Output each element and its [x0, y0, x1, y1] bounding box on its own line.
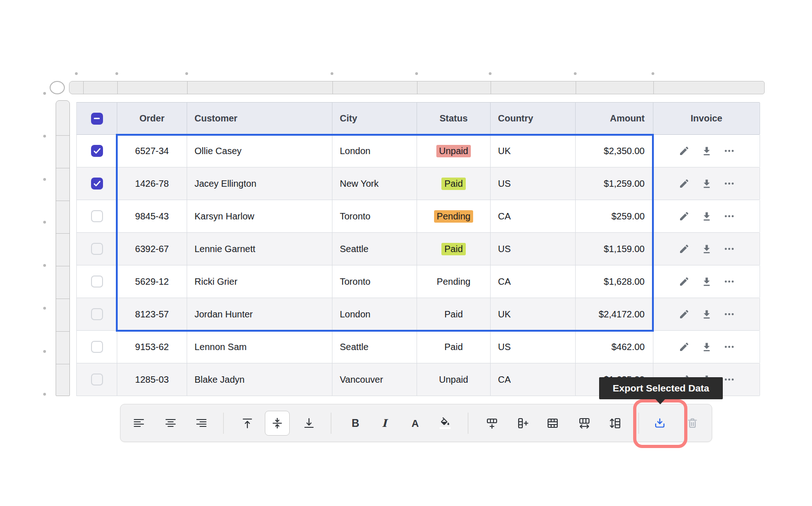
vertical-align-middle-button[interactable]	[265, 411, 290, 436]
download-invoice-button[interactable]	[701, 243, 712, 254]
export-button[interactable]	[647, 411, 672, 436]
amount-cell: $259.00	[576, 200, 653, 232]
align-left-icon	[133, 417, 145, 429]
column-header-country[interactable]: Country	[491, 103, 576, 134]
formatting-toolbar: BIA	[120, 404, 712, 442]
column-strip-divider	[417, 81, 417, 94]
align-right-button[interactable]	[189, 411, 214, 436]
italic-button[interactable]: I	[372, 411, 397, 436]
ellipsis-icon	[724, 145, 735, 156]
row-checkbox[interactable]	[91, 145, 103, 157]
toolbar-item: B	[343, 411, 368, 436]
country-cell: CA	[491, 363, 576, 396]
more-actions-button[interactable]	[724, 243, 735, 254]
status-cell: Paid	[417, 298, 491, 330]
bold-button[interactable]: B	[343, 411, 368, 436]
vertical-align-bottom-button[interactable]	[297, 411, 321, 436]
column-strip-divider	[83, 81, 84, 94]
column-guide-dot	[115, 72, 118, 75]
column-header-select[interactable]	[77, 103, 117, 134]
edit-invoice-button[interactable]	[679, 341, 690, 352]
edit-invoice-button[interactable]	[679, 145, 690, 156]
row-checkbox[interactable]	[91, 178, 103, 190]
resize-columns-button[interactable]	[572, 411, 597, 436]
column-header-invoice[interactable]: Invoice	[653, 103, 760, 134]
toolbar-item	[572, 411, 597, 436]
merge-cells-button[interactable]	[540, 411, 565, 436]
amount-cell: $1,159.00	[576, 233, 653, 265]
column-header-amount[interactable]: Amount	[576, 103, 653, 134]
more-actions-button[interactable]	[724, 276, 735, 287]
edit-invoice-button[interactable]	[679, 211, 690, 222]
row-checkbox[interactable]	[91, 341, 103, 353]
toolbar-item	[603, 411, 628, 436]
more-actions-button[interactable]	[724, 374, 735, 385]
invoice-cell	[653, 298, 760, 330]
align-left-button[interactable]	[126, 411, 151, 436]
amount-cell: $2,350.00	[576, 135, 653, 167]
more-actions-button[interactable]	[724, 309, 735, 320]
download-invoice-button[interactable]	[701, 145, 712, 156]
more-actions-button[interactable]	[724, 178, 735, 189]
country-cell: CA	[491, 265, 576, 298]
customer-cell: Ricki Grier	[187, 265, 332, 298]
row-header-strip[interactable]	[56, 100, 70, 396]
resize-rows-icon	[609, 417, 621, 429]
invoice-cell	[653, 331, 760, 363]
column-header-order[interactable]: Order	[117, 103, 187, 134]
fill-color-icon	[439, 417, 451, 429]
edit-invoice-button[interactable]	[679, 276, 690, 287]
vertical-align-top-icon	[241, 417, 253, 429]
text-color-button[interactable]: A	[403, 411, 428, 436]
fill-color-button[interactable]	[433, 411, 457, 436]
invoice-actions	[653, 243, 760, 254]
vertical-align-top-button[interactable]	[235, 411, 260, 436]
download-invoice-button[interactable]	[701, 309, 712, 320]
row-checkbox[interactable]	[91, 243, 103, 255]
edit-invoice-button[interactable]	[679, 178, 690, 189]
row-guide-dot	[43, 221, 46, 224]
column-strip-divider	[576, 81, 576, 94]
status-cell: Unpaid	[417, 363, 491, 396]
column-header-city[interactable]: City	[332, 103, 417, 134]
resize-rows-button[interactable]	[603, 411, 628, 436]
city-cell: Toronto	[332, 200, 417, 232]
order-cell: 8123-57	[117, 298, 187, 330]
row-checkbox[interactable]	[91, 374, 103, 385]
download-invoice-button[interactable]	[701, 178, 712, 189]
edit-invoice-button[interactable]	[679, 243, 690, 254]
download-invoice-button[interactable]	[701, 211, 712, 222]
svg-text:B: B	[352, 417, 360, 429]
row-checkbox[interactable]	[91, 210, 103, 222]
corner-handle[interactable]	[50, 81, 65, 94]
row-checkbox[interactable]	[91, 276, 103, 288]
amount-cell: $2,4172.00	[576, 298, 653, 330]
edit-invoice-button[interactable]	[679, 309, 690, 320]
order-cell: 6392-67	[117, 233, 187, 265]
download-invoice-button[interactable]	[701, 341, 712, 352]
delete-button[interactable]	[680, 411, 705, 436]
canvas: OrderCustomerCityStatusCountryAmountInvo…	[0, 0, 812, 506]
pencil-icon	[679, 341, 690, 352]
select-all-checkbox[interactable]	[91, 113, 103, 125]
column-header-status[interactable]: Status	[417, 103, 491, 134]
country-cell: US	[491, 167, 576, 200]
column-guide-dot	[489, 72, 492, 75]
row-strip-divider	[56, 364, 69, 364]
city-cell: Toronto	[332, 265, 417, 298]
insert-column-right-button[interactable]	[510, 411, 535, 436]
row-guide-dot	[43, 350, 46, 353]
more-actions-button[interactable]	[724, 145, 735, 156]
indeterminate-mark-icon	[94, 118, 100, 120]
row-strip-divider	[56, 266, 69, 266]
align-center-button[interactable]	[158, 411, 183, 436]
download-invoice-button[interactable]	[701, 276, 712, 287]
column-header-strip[interactable]	[69, 81, 765, 94]
status-badge: Paid	[444, 342, 463, 352]
country-cell: UK	[491, 298, 576, 330]
more-actions-button[interactable]	[724, 341, 735, 352]
insert-row-below-button[interactable]	[480, 411, 504, 436]
row-checkbox[interactable]	[91, 308, 103, 320]
column-header-customer[interactable]: Customer	[187, 103, 332, 134]
more-actions-button[interactable]	[724, 211, 735, 222]
